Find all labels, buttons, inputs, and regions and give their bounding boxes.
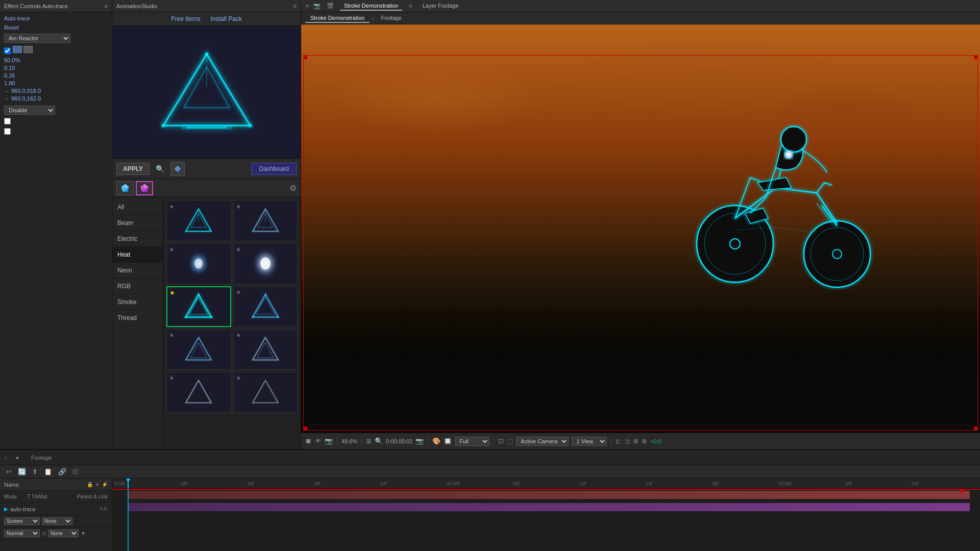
grid-item-2[interactable]: ★ — [233, 201, 298, 241]
install-pack-link[interactable]: Install Pack — [211, 15, 242, 22]
tl-tool-6[interactable]: ⊡ — [70, 467, 80, 477]
star-9[interactable]: ★ — [169, 374, 175, 382]
coords-2[interactable]: 960.0,162.0 — [11, 95, 41, 102]
free-items-link[interactable]: Free Items — [171, 15, 200, 22]
checkbox-2[interactable] — [4, 118, 11, 124]
close-comp-icon[interactable]: ✕ — [305, 3, 309, 9]
grid-item-9[interactable]: ★ — [166, 372, 231, 413]
category-rgb[interactable]: RGB — [112, 279, 163, 294]
comp-film-icon: 🎬 — [327, 3, 334, 9]
category-list: All Beam Electric Heat Neon RGB Smoke Th… — [112, 197, 163, 449]
star-5[interactable]: ★ — [169, 289, 175, 296]
track-bar-1[interactable] — [128, 491, 970, 499]
tl-tool-5[interactable]: 🔗 — [56, 467, 68, 477]
grid-icon[interactable]: 🔲 — [444, 437, 452, 445]
resolution-select[interactable]: Full Half Quarter — [455, 437, 489, 446]
subtab-stroke-demo[interactable]: Stroke Demonstration — [305, 14, 370, 23]
tl-track-edit[interactable]: ✎ — [100, 506, 104, 512]
grid-item-7[interactable]: ★ — [166, 329, 231, 370]
category-smoke[interactable]: Smoke — [112, 294, 163, 310]
tl-control-3[interactable]: ⚡ — [102, 482, 108, 487]
tl-tool-1[interactable]: ↩ — [4, 467, 14, 477]
value-1[interactable]: 50.0% — [4, 57, 108, 63]
dashboard-button[interactable]: Dashboard — [251, 163, 297, 175]
apply-button[interactable]: APPLY — [116, 163, 150, 175]
star-10[interactable]: ★ — [236, 374, 241, 382]
tl-normal-select[interactable]: Normal — [4, 530, 40, 537]
grid-item-3[interactable]: ★ — [166, 243, 231, 284]
view-select[interactable]: 1 View 2 Views — [572, 437, 607, 446]
animation-studio-menu-icon[interactable]: ≡ — [293, 3, 297, 10]
tl-mode-select[interactable]: Screen Normal Add — [4, 517, 40, 525]
grid-item-1[interactable]: ★ — [166, 201, 231, 241]
settings-icon[interactable]: ⚙ — [289, 183, 297, 193]
fit-icon[interactable]: ⊞ — [366, 437, 372, 445]
star-1[interactable]: ★ — [169, 203, 175, 210]
effect-controls-menu-icon[interactable]: ≡ — [105, 3, 108, 9]
track-bar-2[interactable] — [128, 503, 970, 511]
value-3[interactable]: 0.26 — [4, 72, 108, 79]
timeline-hamburger[interactable]: ≡ — [4, 455, 7, 461]
tl-control-1[interactable]: 🔒 — [87, 482, 93, 487]
star-8[interactable]: ★ — [236, 332, 241, 339]
preview-icon[interactable]: 👁 — [315, 437, 322, 445]
value-2[interactable]: 0.10 — [4, 65, 108, 71]
zoom-icon[interactable]: 🔍 — [375, 437, 383, 445]
tl-tool-3[interactable]: ⬆ — [30, 467, 40, 477]
adjust-icon[interactable]: ⊗ — [642, 437, 647, 445]
tl-name-col: Name — [4, 482, 87, 488]
camera-icon[interactable]: 📷 — [325, 437, 333, 445]
grid-item-8[interactable]: ★ — [233, 329, 298, 370]
tl-tool-2[interactable]: 🔄 — [16, 467, 28, 477]
color-icon[interactable]: 🎨 — [432, 437, 440, 445]
grid-item-4[interactable]: ★ — [233, 243, 298, 284]
transparency-icon[interactable]: ⬚ — [507, 437, 513, 445]
tl-control-2[interactable]: ★ — [95, 482, 100, 487]
play-stop-icon[interactable]: ⏹ — [305, 437, 312, 445]
category-thread[interactable]: Thread — [112, 310, 163, 326]
gem-tab-1[interactable] — [116, 181, 134, 195]
preset-dropdown[interactable]: Arc Reactor Beam 1 Neon 1 — [4, 34, 70, 43]
reset-button[interactable]: Reset — [4, 24, 108, 31]
separator-2 — [361, 437, 362, 445]
grid-item-6[interactable]: ★ — [233, 286, 298, 327]
region-icon[interactable]: ⊡ — [498, 437, 504, 445]
coords-1[interactable]: 960.0,918.0 — [11, 88, 41, 94]
export-icon[interactable]: ⊏ — [616, 437, 621, 445]
snapshot-icon[interactable]: 📷 — [415, 437, 424, 445]
star-2[interactable]: ★ — [236, 203, 241, 210]
tl-expand-icon[interactable]: ▶ — [4, 506, 8, 512]
checkbox-3[interactable] — [4, 128, 11, 135]
category-electric[interactable]: Electric — [112, 231, 163, 247]
comp-icon2[interactable]: ⊕ — [633, 437, 639, 445]
gem-tab-2[interactable] — [136, 181, 153, 195]
diamond-button[interactable] — [170, 162, 185, 176]
grid-item-10[interactable]: ★ — [233, 372, 298, 413]
category-all[interactable]: All — [112, 199, 163, 215]
camera-select[interactable]: Active Camera — [516, 437, 569, 446]
category-heat[interactable]: Heat — [112, 247, 163, 263]
star-3[interactable]: ★ — [169, 246, 175, 253]
tl-track-fx[interactable]: fx — [104, 506, 108, 512]
category-neon[interactable]: Neon — [112, 263, 163, 279]
disable-dropdown[interactable]: Disable Enable — [4, 106, 55, 115]
checkbox-1[interactable] — [4, 47, 11, 54]
subtab-footage[interactable]: Footage — [376, 14, 406, 23]
snap-icon[interactable]: ⊐ — [624, 437, 630, 445]
star-4[interactable]: ★ — [236, 246, 241, 253]
comp-tab-layer-footage[interactable]: Layer Footage — [419, 2, 463, 11]
tl-parent-select[interactable]: None — [48, 530, 79, 537]
tl-parent-dropdown[interactable]: ▼ — [81, 531, 86, 536]
search-button[interactable]: 🔍 — [153, 164, 167, 174]
value-4[interactable]: 1.80 — [4, 80, 108, 86]
category-beam[interactable]: Beam — [112, 215, 163, 231]
tl-tool-4[interactable]: 📋 — [42, 467, 54, 477]
star-7[interactable]: ★ — [169, 332, 175, 339]
composition-bottom-toolbar: ⏹ 👁 📷 49.6% ⊞ 🔍 0:00:00:02 📷 🎨 🔲 Full Ha… — [301, 433, 980, 449]
grid-item-5[interactable]: ★ — [166, 286, 231, 327]
tl-trkmat-select[interactable]: None — [42, 517, 72, 525]
breadcrumb-separator: › — [372, 15, 374, 22]
comp-tab-stroke-demo[interactable]: Stroke Demonstration — [340, 2, 402, 11]
star-6[interactable]: ★ — [236, 289, 241, 296]
composition-viewport[interactable] — [301, 24, 980, 433]
